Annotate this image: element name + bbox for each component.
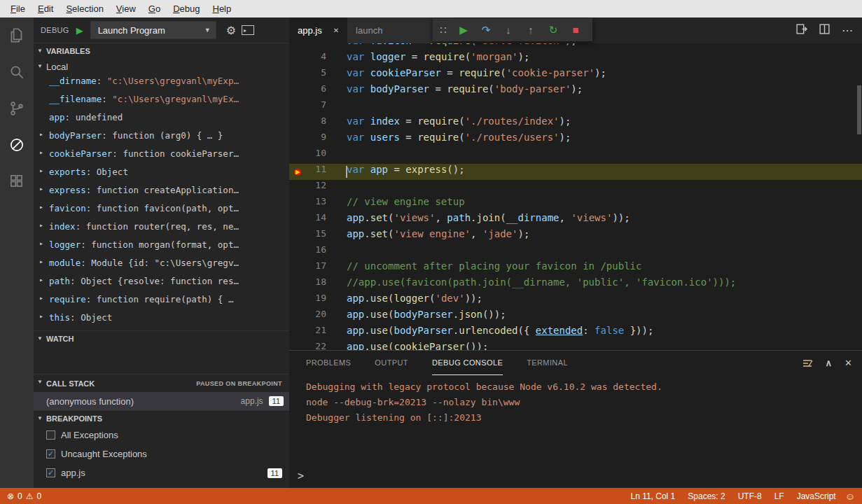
breakpoint-row[interactable]: ✓app.js11 (34, 463, 289, 482)
code-line-9[interactable]: 9var users = require('./routes/users'); (289, 132, 862, 148)
restart-button[interactable]: ↻ (542, 18, 564, 41)
code-line-13[interactable]: 13// view engine setup (289, 196, 862, 212)
variable-row[interactable]: ▸cookieParser: function cookieParser… (34, 148, 289, 167)
code-line-21[interactable]: 21app.use(bodyParser.urlencoded({ extend… (289, 325, 862, 341)
variable-row[interactable]: ▸require: function require(path) { … (34, 294, 289, 312)
panel-tab-problems[interactable]: PROBLEMS (306, 351, 351, 375)
launch-config-dropdown[interactable]: Launch Program ▼ (90, 21, 216, 39)
gutter-breakpoint-zone[interactable] (289, 260, 309, 276)
step-over-button[interactable]: ↷ (475, 18, 497, 41)
code-line-5[interactable]: 5var cookieParser = require('cookie-pars… (289, 67, 862, 83)
feedback-smiley-icon[interactable]: ☺ (842, 491, 862, 502)
call-stack-section-header[interactable]: ▼ CALL STACK PAUSED ON BREAKPOINT (34, 374, 289, 392)
gutter-breakpoint-zone[interactable] (289, 196, 309, 212)
gutter-breakpoint-zone[interactable] (289, 180, 309, 196)
status-indentation[interactable]: Spaces: 2 (681, 491, 731, 501)
status-encoding[interactable]: UTF-8 (732, 491, 768, 501)
code-line-10[interactable]: 10 (289, 148, 862, 164)
variable-row[interactable]: ▸express: function createApplication… (34, 185, 289, 203)
explorer-icon[interactable] (0, 18, 34, 54)
step-into-button[interactable]: ↓ (497, 18, 520, 41)
step-out-button[interactable]: ↑ (520, 18, 542, 41)
status-eol[interactable]: LF (768, 491, 791, 501)
code-line-12[interactable]: 12 (289, 180, 862, 196)
debug-console-input[interactable]: > (298, 470, 854, 482)
menu-item-help[interactable]: Help (206, 0, 237, 18)
gutter-breakpoint-zone[interactable] (289, 341, 309, 350)
gutter-breakpoint-zone[interactable] (289, 212, 309, 228)
code-editor[interactable]: 3var favicon = require('serve-favicon');… (289, 43, 862, 350)
code-line-17[interactable]: 17// uncomment after placing your favico… (289, 260, 862, 276)
code-line-3[interactable]: 3var favicon = require('serve-favicon'); (289, 43, 862, 51)
code-line-14[interactable]: 14app.set('views', path.join(__dirname, … (289, 212, 862, 228)
debug-icon[interactable] (0, 127, 34, 163)
breakpoint-checkbox[interactable]: ✓ (46, 449, 55, 458)
code-line-20[interactable]: 20app.use(bodyParser.json()); (289, 309, 862, 325)
breakpoint-row[interactable]: ✓All Exceptions (34, 426, 289, 444)
start-debug-icon[interactable]: ▶ (76, 25, 83, 36)
variable-row[interactable]: __filename: "c:\Users\gregvanl\myEx… (34, 94, 289, 112)
open-debug-console-icon[interactable]: ▸ (242, 25, 254, 35)
code-line-16[interactable]: 16 (289, 244, 862, 260)
status-line-col[interactable]: Ln 11, Col 1 (624, 491, 681, 501)
gutter-breakpoint-zone[interactable] (289, 228, 309, 244)
gutter-breakpoint-zone[interactable] (289, 99, 309, 115)
variable-row[interactable]: ▸logger: function morgan(format, opt… (34, 239, 289, 258)
toolbar-drag-handle[interactable] (438, 25, 447, 35)
variable-row[interactable]: ▸bodyParser: function (arg0) { … } (34, 130, 289, 148)
variable-row[interactable]: ▸this: Object (34, 312, 289, 330)
breakpoint-checkbox[interactable]: ✓ (46, 468, 55, 477)
variable-row[interactable]: app: undefined (34, 112, 289, 130)
menu-item-edit[interactable]: Edit (32, 0, 60, 18)
panel-tab-terminal[interactable]: TERMINAL (527, 351, 568, 375)
variable-row[interactable]: __dirname: "c:\Users\gregvanl\myExp… (34, 76, 289, 94)
close-icon[interactable]: ✕ (333, 27, 339, 34)
more-actions-icon[interactable]: ⋯ (842, 24, 854, 37)
panel-tab-debug-console[interactable]: DEBUG CONSOLE (432, 351, 503, 375)
code-line-8[interactable]: 8var index = require('./routes/index'); (289, 115, 862, 132)
variable-row[interactable]: ▸index: function router(req, res, ne… (34, 221, 289, 239)
problems-summary[interactable]: ⊗ 0 ⚠ 0 (0, 491, 41, 501)
code-line-11[interactable]: ▶11var app = express(); (289, 164, 862, 180)
variables-section-header[interactable]: ▼ VARIABLES (34, 43, 289, 58)
extensions-icon[interactable] (0, 163, 34, 200)
split-editor-icon[interactable] (819, 23, 830, 38)
maximize-panel-icon[interactable]: ∧ (826, 358, 833, 368)
code-line-18[interactable]: 18//app.use(favicon(path.join(__dirname,… (289, 276, 862, 293)
breakpoint-row[interactable]: ✓Uncaught Exceptions (34, 444, 289, 463)
breakpoint-checkbox[interactable]: ✓ (46, 430, 55, 440)
code-line-7[interactable]: 7 (289, 99, 862, 115)
configure-gear-icon[interactable]: ⚙ (226, 24, 236, 37)
menu-item-debug[interactable]: Debug (167, 0, 206, 18)
menu-item-go[interactable]: Go (142, 0, 167, 18)
code-line-19[interactable]: 19app.use(logger('dev')); (289, 293, 862, 309)
gutter-breakpoint-zone[interactable] (289, 148, 309, 164)
menu-item-file[interactable]: File (4, 0, 32, 18)
clear-console-icon[interactable] (802, 358, 813, 369)
editor-scrollbar[interactable] (857, 85, 861, 134)
gutter-breakpoint-zone[interactable] (289, 67, 309, 83)
gutter-breakpoint-zone[interactable] (289, 83, 309, 99)
variable-row[interactable]: ▸module: Module {id: "c:\Users\gregv… (34, 258, 289, 276)
menu-item-selection[interactable]: Selection (60, 0, 109, 18)
watch-section-header[interactable]: ▼ WATCH (34, 330, 289, 346)
open-changes-icon[interactable] (795, 23, 807, 38)
panel-tab-output[interactable]: OUTPUT (375, 351, 408, 375)
code-line-15[interactable]: 15app.set('view engine', 'jade'); (289, 228, 862, 244)
gutter-breakpoint-zone[interactable]: ▶ (289, 164, 309, 180)
gutter-breakpoint-zone[interactable] (289, 115, 309, 132)
code-line-4[interactable]: 4var logger = require('morgan'); (289, 51, 862, 67)
code-line-6[interactable]: 6var bodyParser = require('body-parser')… (289, 83, 862, 99)
continue-button[interactable]: ▶ (452, 18, 475, 41)
gutter-breakpoint-zone[interactable] (289, 244, 309, 260)
code-line-22[interactable]: 22app.use(cookieParser()); (289, 341, 862, 350)
gutter-breakpoint-zone[interactable] (289, 325, 309, 341)
stop-button[interactable]: ■ (564, 18, 587, 41)
menu-item-view[interactable]: View (110, 0, 142, 18)
gutter-breakpoint-zone[interactable] (289, 276, 309, 293)
variable-row[interactable]: ▸favicon: function favicon(path, opt… (34, 203, 289, 221)
variables-scope-local[interactable]: ▼ Local (34, 58, 289, 76)
gutter-breakpoint-zone[interactable] (289, 51, 309, 67)
close-panel-icon[interactable]: ✕ (844, 358, 852, 368)
status-language-mode[interactable]: JavaScript (791, 491, 842, 501)
